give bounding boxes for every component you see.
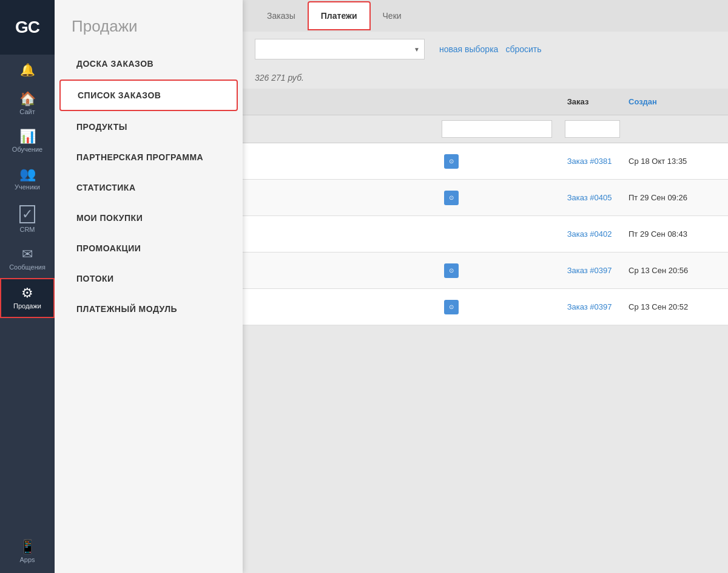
table-body: ⊙ Заказ #0381 Ср 18 Окт 13:35 ⊙ Заказ #0…	[243, 143, 728, 325]
table-row: ⊙ Заказ #0397 Ср 13 Сен 20:52	[243, 289, 728, 325]
th-payment-info	[439, 95, 562, 109]
sidebar-item-label: Сообщения	[9, 263, 46, 271]
sidebar: GC 🔔 🏠 Сайт 📊 Обучение 👥 Ученики ✓ CRM ✉…	[0, 0, 55, 573]
main-content: Заказы Платежи Чеки новая выборка сброси…	[243, 0, 728, 573]
dropdown-item-my-purchases[interactable]: МОИ ПОКУПКИ	[59, 203, 238, 232]
sidebar-item-crm[interactable]: ✓ CRM	[0, 198, 55, 240]
sidebar-item-messages[interactable]: ✉ Сообщения	[0, 240, 55, 278]
table-filter-row	[243, 115, 728, 143]
td-order[interactable]: Заказ #0381	[562, 149, 624, 173]
table-row: Заказ #0402 Пт 29 Сен 08:43	[243, 216, 728, 253]
filter-order-input[interactable]	[565, 120, 620, 138]
td-order[interactable]: Заказ #0405	[562, 186, 624, 209]
dropdown-title: Продажи	[55, 0, 243, 48]
td-created: Ср 13 Сен 20:56	[624, 259, 716, 282]
th-created[interactable]: Создан	[624, 95, 716, 109]
td-created: Пт 29 Сен 08:43	[624, 222, 716, 246]
td-order[interactable]: Заказ #0402	[562, 222, 624, 246]
dropdown-item-partner-program[interactable]: ПАРТНЕРСКАЯ ПРОГРАММА	[59, 143, 238, 172]
sidebar-item-apps[interactable]: 📱 Apps	[0, 533, 55, 573]
td-order[interactable]: Заказ #0397	[562, 259, 624, 282]
dropdown-item-streams[interactable]: ПОТОКИ	[59, 264, 238, 293]
th-order[interactable]: Заказ	[562, 95, 624, 109]
sidebar-item-label: Продажи	[13, 302, 41, 310]
chart-icon: 📊	[19, 130, 36, 143]
filter-select-wrap	[255, 39, 425, 59]
logo[interactable]: GC	[0, 0, 55, 55]
mobile-icon: 📱	[19, 540, 36, 554]
td-payment: ⊙	[439, 256, 562, 285]
td-payment: ⊙	[439, 293, 562, 322]
tab-receipts[interactable]: Чеки	[371, 2, 414, 29]
filter-order	[562, 119, 624, 139]
gear-icon: ⚙	[21, 286, 33, 300]
tabs-row: Заказы Платежи Чеки	[243, 0, 728, 32]
td-payment: ⊙	[439, 147, 562, 176]
td-amount	[378, 227, 439, 242]
payment-icon: ⊙	[444, 300, 459, 314]
filter-payment	[439, 119, 562, 139]
sidebar-item-label: Сайт	[19, 108, 35, 115]
td-created: Пт 29 Сен 09:26	[624, 186, 716, 209]
table-row: ⊙ Заказ #0381 Ср 18 Окт 13:35	[243, 143, 728, 180]
sidebar-item-label: CRM	[19, 226, 35, 233]
td-amount	[378, 191, 439, 205]
table-header: Заказ Создан	[243, 89, 728, 115]
tab-payments[interactable]: Платежи	[308, 1, 371, 30]
th-client	[255, 95, 378, 109]
td-created: Ср 13 Сен 20:52	[624, 295, 716, 319]
envelope-icon: ✉	[22, 248, 33, 261]
td-created: Ср 18 Окт 13:35	[624, 149, 716, 173]
filter-payment-input[interactable]	[442, 120, 552, 138]
sidebar-item-site[interactable]: 🏠 Сайт	[0, 85, 55, 123]
sidebar-item-bell[interactable]: 🔔	[0, 55, 55, 85]
dropdown-item-promo[interactable]: ПРОМОАКЦИИ	[59, 234, 238, 263]
td-client	[255, 300, 378, 314]
logo-text: GC	[15, 18, 39, 37]
sidebar-item-label: Apps	[19, 556, 35, 563]
filter-client	[255, 119, 378, 139]
td-amount	[378, 154, 439, 169]
filter-row: новая выборка сбросить	[243, 32, 728, 67]
filter-created	[624, 119, 716, 139]
td-amount	[378, 263, 439, 278]
td-order[interactable]: Заказ #0397	[562, 295, 624, 319]
summary-text: 326 271 руб.	[255, 73, 304, 83]
td-amount	[378, 300, 439, 314]
sidebar-item-label: Ученики	[15, 183, 40, 191]
payment-icon: ⊙	[444, 191, 459, 205]
reset-link[interactable]: сбросить	[505, 44, 541, 54]
filter-select[interactable]	[255, 39, 425, 59]
td-payment	[439, 227, 562, 242]
td-client	[255, 227, 378, 242]
dropdown-item-orders-board[interactable]: ДОСКА ЗАКАЗОВ	[59, 49, 238, 78]
bell-icon: 🔔	[20, 63, 35, 77]
dropdown-item-payment-module[interactable]: ПЛАТЕЖНЫЙ МОДУЛЬ	[59, 294, 238, 324]
home-icon: 🏠	[19, 92, 36, 106]
dropdown-menu: Продажи ДОСКА ЗАКАЗОВ СПИСОК ЗАКАЗОВ ПРО…	[55, 0, 243, 573]
sidebar-item-learning[interactable]: 📊 Обучение	[0, 123, 55, 160]
td-client	[255, 191, 378, 205]
td-payment: ⊙	[439, 183, 562, 212]
tab-orders[interactable]: Заказы	[255, 2, 308, 29]
dropdown-item-products[interactable]: ПРОДУКТЫ	[59, 112, 238, 141]
summary-row: 326 271 руб.	[243, 67, 728, 89]
check-icon: ✓	[19, 205, 35, 223]
new-selection-link[interactable]: новая выборка	[439, 44, 498, 54]
sidebar-item-students[interactable]: 👥 Ученики	[0, 160, 55, 198]
th-amount	[378, 95, 439, 109]
payment-icon: ⊙	[444, 263, 459, 278]
td-client	[255, 263, 378, 278]
sidebar-item-sales[interactable]: ⚙ Продажи	[0, 278, 55, 318]
payment-icon: ⊙	[444, 154, 459, 169]
table-row: ⊙ Заказ #0397 Ср 13 Сен 20:56	[243, 253, 728, 289]
dropdown-item-orders-list[interactable]: СПИСОК ЗАКАЗОВ	[59, 80, 238, 111]
td-client	[255, 154, 378, 169]
table-row: ⊙ Заказ #0405 Пт 29 Сен 09:26	[243, 180, 728, 216]
users-icon: 👥	[19, 168, 36, 181]
sidebar-item-label: Обучение	[12, 146, 42, 153]
dropdown-item-statistics[interactable]: СТАТИСТИКА	[59, 173, 238, 202]
filter-amount	[378, 119, 439, 139]
